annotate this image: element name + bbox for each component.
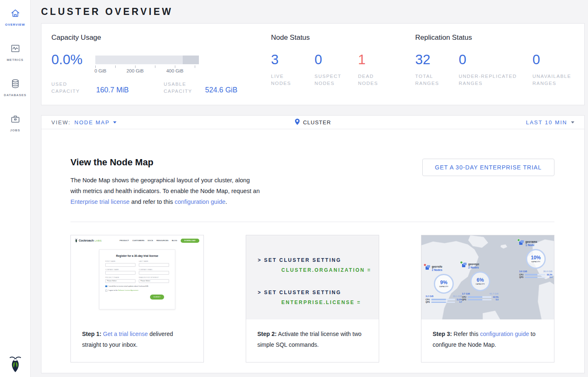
step2-sql-commands: > SET CLUSTER SETTING CLUSTER.ORGANIZATI… xyxy=(246,235,379,319)
sidebar-item-metrics[interactable]: METRICS xyxy=(0,42,30,66)
step3-caption: Step 3: Refer this configuration guide t… xyxy=(421,319,554,359)
sidebar-item-overview[interactable]: OVERVIEW xyxy=(0,7,30,31)
node-map-description: The Node Map shows the geographical layo… xyxy=(70,175,262,207)
used-capacity-value: 160.7 MiB xyxy=(96,86,164,95)
get-trial-license-link[interactable]: Get a trial license xyxy=(103,331,148,337)
step3-node-map-preview: geo=sfo 2 Nodes 9% CAPACITY 3.2 GiB33.1 … xyxy=(421,235,554,319)
locality-breadcrumb: CLUSTER xyxy=(41,118,584,126)
capacity-gauge: 6% CAPACITY xyxy=(470,271,490,291)
cockroach-labs-logo: CockroachLABS xyxy=(75,238,102,243)
capacity-bar xyxy=(95,56,199,64)
metrics-icon xyxy=(10,43,21,56)
locality-label: CLUSTER xyxy=(303,119,331,126)
view-label: VIEW: xyxy=(51,119,71,126)
usable-capacity-value: 524.6 GiB xyxy=(205,86,237,95)
enterprise-trial-button[interactable]: GET A 30-DAY ENTERPRISE TRIAL xyxy=(422,159,555,176)
locality-marker-sfo: geo=sfo 2 Nodes 9% CAPACITY 3.2 GiB33.1 … xyxy=(426,265,462,303)
capacity-gauge: 10% CAPACITY xyxy=(526,249,546,269)
node-status-section: Node Status 3 LIVENODES 0 SUSPECTNODES 1… xyxy=(271,34,415,105)
total-ranges-stat: 32 TOTALRANGES xyxy=(415,53,459,87)
unavailable-ranges-stat: 0 UNAVAILABLERANGES xyxy=(532,53,571,87)
capacity-bar-segment xyxy=(183,56,199,64)
unavailable-ranges-value: 0 xyxy=(532,53,571,66)
chevron-down-icon xyxy=(571,121,574,123)
capacity-usage-section: Capacity Usage 0.0% 0 GiB 200 GiB xyxy=(51,34,271,105)
used-capacity-label: USEDCAPACITY xyxy=(51,81,96,95)
map-pin-icon xyxy=(295,118,300,126)
chevron-down-icon xyxy=(113,121,116,123)
suspect-nodes-value: 0 xyxy=(315,53,358,66)
locality-marker-nyc: geo=nyc 2 Nodes 6% CAPACITY 3.7 GiB43.7 … xyxy=(462,263,498,301)
dead-nodes-value: 1 xyxy=(358,53,378,66)
steps-row: CockroachLABS PRODUCTCUSTOMERS DOCSRESOU… xyxy=(41,222,584,362)
node-map-heading: View the Node Map xyxy=(70,157,262,168)
capacity-axis-ticks xyxy=(95,64,199,68)
live-nodes-value: 3 xyxy=(271,53,315,66)
configuration-guide-link[interactable]: configuration guide xyxy=(174,198,225,205)
step2-card: > SET CLUSTER SETTING CLUSTER.ORGANIZATI… xyxy=(246,235,379,362)
replication-status-title: Replication Status xyxy=(415,34,584,42)
nodes-cube-icon xyxy=(426,265,430,270)
tick-label: 400 GiB xyxy=(166,68,184,73)
tick-label: 200 GiB xyxy=(126,68,144,73)
total-ranges-value: 32 xyxy=(415,53,459,66)
capacity-bar-chart: 0 GiB 200 GiB 400 GiB xyxy=(95,53,199,75)
usable-capacity-label: USABLECAPACITY xyxy=(164,81,205,95)
capacity-usage-title: Capacity Usage xyxy=(51,34,271,42)
submit-button: SUBMIT xyxy=(150,295,164,300)
trial-registration-form: Register for a 30-day trial license FIRS… xyxy=(99,249,175,309)
cockroachdb-logo xyxy=(0,355,30,373)
configuration-guide-link[interactable]: configuration guide xyxy=(480,331,529,337)
sidebar: OVERVIEW METRICS DATABASES xyxy=(0,0,31,377)
node-map-intro: View the Node Map The Node Map shows the… xyxy=(41,129,584,207)
node-status-title: Node Status xyxy=(271,34,415,42)
sidebar-item-label: METRICS xyxy=(7,58,24,62)
capacity-gauge: 9% CAPACITY xyxy=(434,274,454,294)
suspect-nodes-stat: 0 SUSPECTNODES xyxy=(315,53,358,87)
step2-caption: Step 2: Activate the trial license with … xyxy=(246,319,379,359)
step1-card: CockroachLABS PRODUCTCUSTOMERS DOCSRESOU… xyxy=(70,235,204,362)
sidebar-item-jobs[interactable]: JOBS xyxy=(0,113,30,136)
step1-caption: Step 1: Get a trial license delivered st… xyxy=(71,319,203,359)
sidebar-item-label: OVERVIEW xyxy=(5,23,25,27)
locality-marker-ams: geo=ams 1 Node 10% CAPACITY 3.6 GiB36.6 … xyxy=(519,240,552,278)
home-icon xyxy=(10,8,21,20)
under-replicated-ranges-value: 0 xyxy=(459,53,532,66)
replication-status-section: Replication Status 32 TOTALRANGES 0 UNDE… xyxy=(415,34,584,105)
nodes-cube-icon xyxy=(519,240,524,245)
step1-registration-screenshot: CockroachLABS PRODUCTCUSTOMERS DOCSRESOU… xyxy=(71,235,203,319)
page-title: CLUSTER OVERVIEW xyxy=(41,6,585,17)
jobs-icon xyxy=(10,114,21,126)
sidebar-item-label: DATABASES xyxy=(4,93,27,97)
tick-label: 0 GiB xyxy=(94,68,106,73)
sidebar-item-databases[interactable]: DATABASES xyxy=(0,77,30,101)
cluster-summary-card: Capacity Usage 0.0% 0 GiB 200 GiB xyxy=(41,23,585,105)
under-replicated-ranges-stat: 0 UNDER-REPLICATEDRANGES xyxy=(459,53,532,87)
download-button: DOWNLOAD xyxy=(181,239,199,243)
sidebar-item-label: JOBS xyxy=(10,128,20,132)
view-selector-dropdown[interactable]: NODE MAP xyxy=(75,119,116,126)
minisite-nav: PRODUCTCUSTOMERS DOCSRESOURCES BLOG DOWN… xyxy=(120,239,199,243)
step3-card: geo=sfo 2 Nodes 9% CAPACITY 3.2 GiB33.1 … xyxy=(421,235,554,362)
node-map-card: VIEW: NODE MAP CLUSTER LAST 10 MIN xyxy=(41,115,585,373)
dead-nodes-stat: 1 DEADNODES xyxy=(358,53,378,87)
time-range-dropdown[interactable]: LAST 10 MIN xyxy=(526,119,574,126)
view-toolbar: VIEW: NODE MAP CLUSTER LAST 10 MIN xyxy=(41,116,584,129)
nodes-cube-icon xyxy=(462,263,467,267)
live-nodes-stat: 3 LIVENODES xyxy=(271,53,315,87)
databases-icon xyxy=(10,78,21,91)
capacity-used-percent: 0.0% xyxy=(51,53,95,75)
enterprise-trial-license-link[interactable]: Enterprise trial license xyxy=(70,198,130,205)
admin-ui: OVERVIEW METRICS DATABASES xyxy=(0,0,588,377)
main-content: CLUSTER OVERVIEW Capacity Usage 0.0% xyxy=(31,0,588,377)
